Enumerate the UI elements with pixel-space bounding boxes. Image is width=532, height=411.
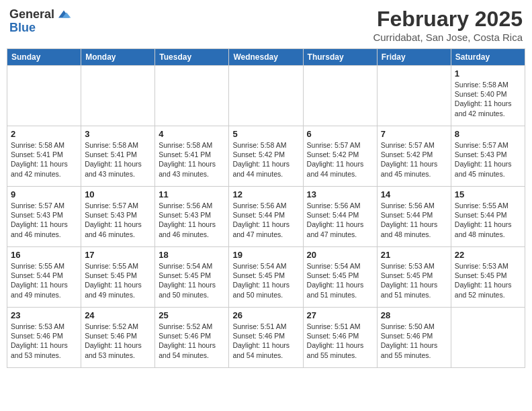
day-number: 15 (455, 189, 521, 199)
calendar-day-cell: 25Sunrise: 5:52 AM Sunset: 5:46 PM Dayli… (155, 308, 229, 368)
day-number: 27 (307, 310, 373, 320)
day-of-week-header: Thursday (303, 49, 377, 66)
day-info: Sunrise: 5:50 AM Sunset: 5:46 PM Dayligh… (381, 322, 447, 360)
calendar-day-cell: 6Sunrise: 5:57 AM Sunset: 5:42 PM Daylig… (303, 126, 377, 187)
calendar-day-cell (229, 66, 303, 126)
day-info: Sunrise: 5:58 AM Sunset: 5:41 PM Dayligh… (85, 140, 151, 179)
calendar-week-row: 16Sunrise: 5:55 AM Sunset: 5:44 PM Dayli… (7, 247, 525, 308)
calendar-day-cell: 16Sunrise: 5:55 AM Sunset: 5:44 PM Dayli… (7, 247, 81, 308)
day-info: Sunrise: 5:54 AM Sunset: 5:45 PM Dayligh… (307, 261, 373, 300)
day-info: Sunrise: 5:58 AM Sunset: 5:41 PM Dayligh… (159, 140, 225, 179)
day-number: 21 (381, 250, 447, 260)
logo-text-blue: Blue (9, 21, 36, 34)
calendar-week-row: 23Sunrise: 5:53 AM Sunset: 5:46 PM Dayli… (7, 308, 525, 368)
day-of-week-header: Monday (81, 49, 155, 66)
month-title: February 2025 (373, 7, 523, 32)
day-number: 4 (159, 129, 225, 139)
day-info: Sunrise: 5:54 AM Sunset: 5:45 PM Dayligh… (232, 261, 299, 300)
day-number: 7 (381, 129, 447, 139)
calendar-day-cell: 19Sunrise: 5:54 AM Sunset: 5:45 PM Dayli… (229, 247, 303, 308)
calendar-day-cell (451, 308, 525, 368)
day-info: Sunrise: 5:57 AM Sunset: 5:42 PM Dayligh… (307, 140, 373, 179)
calendar-day-cell: 8Sunrise: 5:57 AM Sunset: 5:43 PM Daylig… (451, 126, 525, 187)
calendar-day-cell: 4Sunrise: 5:58 AM Sunset: 5:41 PM Daylig… (155, 126, 229, 187)
day-number: 25 (159, 310, 225, 320)
logo-text-general: General (9, 8, 54, 20)
day-number: 17 (85, 250, 151, 260)
day-info: Sunrise: 5:56 AM Sunset: 5:44 PM Dayligh… (307, 201, 373, 239)
day-number: 26 (232, 310, 299, 320)
day-number: 14 (381, 189, 447, 199)
day-info: Sunrise: 5:58 AM Sunset: 5:41 PM Dayligh… (11, 140, 77, 179)
calendar-day-cell: 21Sunrise: 5:53 AM Sunset: 5:45 PM Dayli… (377, 247, 451, 308)
calendar-day-cell: 11Sunrise: 5:56 AM Sunset: 5:43 PM Dayli… (155, 187, 229, 247)
calendar-day-cell: 13Sunrise: 5:56 AM Sunset: 5:44 PM Dayli… (303, 187, 377, 247)
day-info: Sunrise: 5:55 AM Sunset: 5:44 PM Dayligh… (11, 261, 77, 300)
calendar-day-cell: 24Sunrise: 5:52 AM Sunset: 5:46 PM Dayli… (81, 308, 155, 368)
day-info: Sunrise: 5:51 AM Sunset: 5:46 PM Dayligh… (232, 322, 299, 360)
day-number: 5 (232, 129, 299, 139)
day-number: 1 (455, 68, 521, 79)
day-info: Sunrise: 5:56 AM Sunset: 5:43 PM Dayligh… (159, 201, 225, 239)
calendar-day-cell: 2Sunrise: 5:58 AM Sunset: 5:41 PM Daylig… (7, 126, 81, 187)
day-of-week-header: Friday (377, 49, 451, 66)
calendar-header-row: SundayMondayTuesdayWednesdayThursdayFrid… (7, 49, 525, 66)
day-number: 20 (307, 250, 373, 260)
day-of-week-header: Saturday (451, 49, 525, 66)
day-info: Sunrise: 5:53 AM Sunset: 5:45 PM Dayligh… (455, 261, 521, 300)
calendar-week-row: 2Sunrise: 5:58 AM Sunset: 5:41 PM Daylig… (7, 126, 525, 187)
logo: General Blue (9, 7, 72, 34)
calendar-day-cell: 27Sunrise: 5:51 AM Sunset: 5:46 PM Dayli… (303, 308, 377, 368)
day-info: Sunrise: 5:57 AM Sunset: 5:43 PM Dayligh… (455, 140, 521, 179)
page-header: General Blue February 2025 Curridabat, S… (7, 7, 525, 43)
day-number: 19 (232, 250, 299, 260)
day-info: Sunrise: 5:58 AM Sunset: 5:42 PM Dayligh… (232, 140, 299, 179)
calendar-day-cell: 20Sunrise: 5:54 AM Sunset: 5:45 PM Dayli… (303, 247, 377, 308)
day-number: 13 (307, 189, 373, 199)
day-info: Sunrise: 5:57 AM Sunset: 5:43 PM Dayligh… (11, 201, 77, 239)
calendar-day-cell: 15Sunrise: 5:55 AM Sunset: 5:44 PM Dayli… (451, 187, 525, 247)
day-info: Sunrise: 5:53 AM Sunset: 5:45 PM Dayligh… (381, 261, 447, 300)
calendar-week-row: 9Sunrise: 5:57 AM Sunset: 5:43 PM Daylig… (7, 187, 525, 247)
day-of-week-header: Tuesday (155, 49, 229, 66)
day-number: 2 (11, 129, 77, 139)
calendar-day-cell: 12Sunrise: 5:56 AM Sunset: 5:44 PM Dayli… (229, 187, 303, 247)
calendar-day-cell: 3Sunrise: 5:58 AM Sunset: 5:41 PM Daylig… (81, 126, 155, 187)
day-info: Sunrise: 5:52 AM Sunset: 5:46 PM Dayligh… (159, 322, 225, 360)
day-number: 12 (232, 189, 299, 199)
day-info: Sunrise: 5:54 AM Sunset: 5:45 PM Dayligh… (159, 261, 225, 300)
calendar-day-cell: 26Sunrise: 5:51 AM Sunset: 5:46 PM Dayli… (229, 308, 303, 368)
day-of-week-header: Wednesday (229, 49, 303, 66)
day-info: Sunrise: 5:56 AM Sunset: 5:44 PM Dayligh… (381, 201, 447, 239)
day-info: Sunrise: 5:58 AM Sunset: 5:40 PM Dayligh… (455, 80, 521, 118)
day-number: 22 (455, 250, 521, 260)
day-info: Sunrise: 5:57 AM Sunset: 5:43 PM Dayligh… (85, 201, 151, 239)
day-number: 18 (159, 250, 225, 260)
title-block: February 2025 Curridabat, San Jose, Cost… (373, 7, 523, 43)
calendar-day-cell: 9Sunrise: 5:57 AM Sunset: 5:43 PM Daylig… (7, 187, 81, 247)
calendar-day-cell (81, 66, 155, 126)
calendar-day-cell: 14Sunrise: 5:56 AM Sunset: 5:44 PM Dayli… (377, 187, 451, 247)
calendar-day-cell: 23Sunrise: 5:53 AM Sunset: 5:46 PM Dayli… (7, 308, 81, 368)
calendar-table: SundayMondayTuesdayWednesdayThursdayFrid… (7, 48, 525, 368)
calendar-day-cell: 18Sunrise: 5:54 AM Sunset: 5:45 PM Dayli… (155, 247, 229, 308)
day-number: 6 (307, 129, 373, 139)
day-number: 23 (11, 310, 77, 320)
day-number: 28 (381, 310, 447, 320)
calendar-day-cell: 17Sunrise: 5:55 AM Sunset: 5:45 PM Dayli… (81, 247, 155, 308)
logo-icon (56, 7, 72, 21)
calendar-day-cell: 1Sunrise: 5:58 AM Sunset: 5:40 PM Daylig… (451, 66, 525, 126)
calendar-day-cell: 22Sunrise: 5:53 AM Sunset: 5:45 PM Dayli… (451, 247, 525, 308)
calendar-day-cell (303, 66, 377, 126)
day-number: 3 (85, 129, 151, 139)
day-info: Sunrise: 5:51 AM Sunset: 5:46 PM Dayligh… (307, 322, 373, 360)
day-number: 24 (85, 310, 151, 320)
day-number: 11 (159, 189, 225, 199)
day-info: Sunrise: 5:56 AM Sunset: 5:44 PM Dayligh… (232, 201, 299, 239)
day-info: Sunrise: 5:55 AM Sunset: 5:45 PM Dayligh… (85, 261, 151, 300)
calendar-day-cell: 10Sunrise: 5:57 AM Sunset: 5:43 PM Dayli… (81, 187, 155, 247)
calendar-week-row: 1Sunrise: 5:58 AM Sunset: 5:40 PM Daylig… (7, 66, 525, 126)
calendar-day-cell: 7Sunrise: 5:57 AM Sunset: 5:42 PM Daylig… (377, 126, 451, 187)
day-number: 9 (11, 189, 77, 199)
day-number: 10 (85, 189, 151, 199)
